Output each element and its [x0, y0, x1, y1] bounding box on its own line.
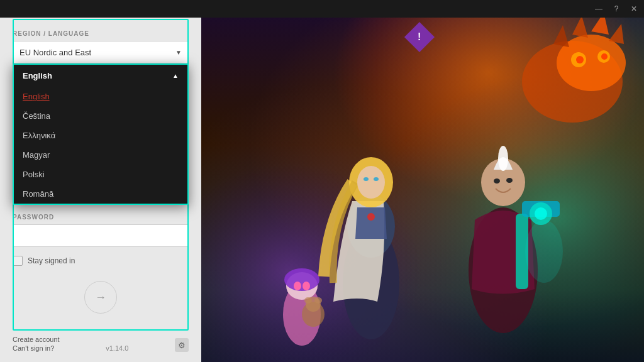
password-section: PASSWORD — [13, 214, 189, 247]
submit-button[interactable]: → — [84, 281, 117, 314]
region-dropdown-arrow: ▼ — [175, 49, 182, 56]
language-dropdown: English ▲ English Čeština Ελληνικά Magya… — [13, 63, 189, 205]
svg-point-19 — [367, 213, 375, 221]
svg-point-34 — [303, 282, 310, 290]
game-art — [201, 0, 644, 362]
stay-signed-in-label: Stay signed in — [28, 256, 75, 265]
password-label: PASSWORD — [13, 214, 189, 221]
submit-icon: → — [95, 291, 106, 304]
left-panel: REGION / LANGUAGE EU Nordic and East ▼ E… — [0, 0, 201, 362]
language-item-magyar[interactable]: Magyar — [14, 145, 187, 165]
language-item-ellinika[interactable]: Ελληνικά — [14, 126, 187, 145]
settings-button[interactable]: ⚙ — [175, 338, 189, 352]
alert-icon-symbol: ! — [418, 31, 421, 43]
language-dropdown-header-text: English — [23, 71, 52, 80]
region-label: REGION / LANGUAGE — [13, 30, 189, 37]
svg-point-8 — [601, 53, 608, 60]
svg-point-32 — [284, 268, 319, 291]
cant-sign-in-link[interactable]: Can't sign in? — [13, 344, 60, 352]
language-dropdown-header[interactable]: English ▲ — [14, 65, 187, 87]
version-text: v1.14.0 — [106, 344, 128, 352]
language-item-cestina[interactable]: Čeština — [14, 106, 187, 126]
svg-point-29 — [525, 220, 563, 283]
title-bar: — ? ✕ — [0, 0, 644, 18]
help-button[interactable]: ? — [611, 4, 621, 14]
region-dropdown[interactable]: EU Nordic and East ▼ — [13, 41, 189, 63]
language-item-romana[interactable]: Română — [14, 184, 187, 204]
svg-point-24 — [506, 178, 513, 183]
create-account-link[interactable]: Create account — [13, 336, 60, 343]
svg-point-7 — [576, 56, 584, 63]
region-dropdown-value: EU Nordic and East — [19, 48, 91, 57]
right-panel: ! — [201, 0, 644, 362]
language-item-english[interactable]: English — [14, 87, 187, 106]
form-container: REGION / LANGUAGE EU Nordic and East ▼ E… — [13, 30, 189, 314]
submit-area: → — [13, 281, 189, 314]
gear-icon: ⚙ — [178, 341, 186, 350]
language-item-polski[interactable]: Polski — [14, 165, 187, 184]
svg-point-22 — [498, 146, 508, 171]
bottom-links: Create account Can't sign in? v1.14.0 ⚙ — [13, 336, 189, 352]
language-dropdown-header-arrow: ▲ — [172, 72, 179, 79]
minimize-button[interactable]: — — [594, 4, 604, 14]
svg-point-38 — [314, 297, 322, 304]
svg-point-28 — [535, 207, 547, 220]
svg-point-17 — [364, 177, 369, 181]
language-list: English Čeština Ελληνικά Magyar Polski R… — [14, 87, 187, 204]
stay-signed-in-row: Stay signed in — [13, 256, 189, 266]
svg-point-37 — [304, 297, 312, 304]
svg-point-18 — [374, 177, 379, 181]
svg-point-16 — [357, 166, 385, 199]
svg-point-23 — [494, 178, 500, 184]
password-input[interactable] — [13, 224, 189, 247]
bottom-left-links: Create account Can't sign in? — [13, 336, 60, 352]
close-button[interactable]: ✕ — [629, 4, 639, 14]
game-art-svg — [201, 0, 644, 362]
stay-signed-in-checkbox[interactable] — [13, 256, 23, 266]
svg-point-33 — [294, 282, 301, 290]
